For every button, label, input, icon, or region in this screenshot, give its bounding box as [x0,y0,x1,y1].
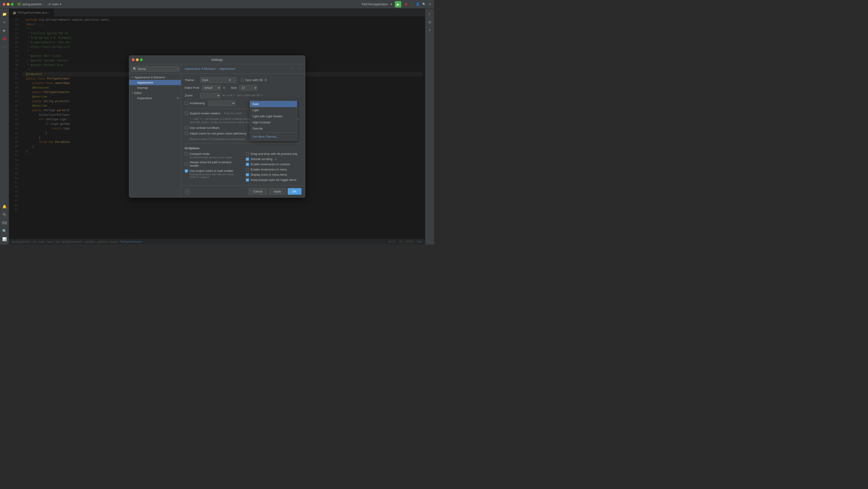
dialog-close-btn[interactable] [132,58,134,61]
sidebar-icon-terminal[interactable]: ⌨ [1,219,8,226]
dialog-title: Settings [211,58,223,62]
project-selector[interactable]: 🌿 spring-petclinic › ⎇ main ▾ [17,2,61,6]
dialog-min-btn[interactable] [136,58,138,61]
drag-drop-checkbox[interactable] [246,152,249,155]
sidebar-icon-structure[interactable]: 📊 [1,235,8,243]
sidebar-icon-more[interactable]: ⋯ [1,43,8,50]
tree-item-appearance[interactable]: Appearance [129,80,181,85]
maximize-button[interactable] [11,3,13,6]
sync-os-gear-icon[interactable]: ⚙ [265,78,267,82]
search-input[interactable] [138,67,176,70]
breadcrumb-separator: › [217,67,218,70]
branch-icon: ⎇ [47,2,51,6]
adjust-colors-checkbox[interactable] [185,132,188,135]
theme-dropdown-popup: Dark Light Light with Light Header High … [250,100,297,141]
dialog-max-btn[interactable] [140,58,143,61]
theme-dropdown[interactable]: Dark ▾ [200,77,236,83]
editor-font-gear-icon[interactable]: ⚙ [223,86,225,89]
sidebar-icon-search[interactable]: 🔍 [1,227,8,234]
sidebar-icon-debug[interactable]: 🐞 [1,35,8,42]
contrast-scrollbars-checkbox[interactable] [185,126,188,129]
close-button[interactable] [3,3,5,6]
sidebar-icon-notifications[interactable]: 🔔 [1,203,8,210]
smooth-scrolling-checkbox[interactable] [246,157,249,161]
mnemonics-menu-checkbox[interactable] [246,168,249,171]
more-actions-icon[interactable]: ⋮ [410,2,413,6]
cancel-button[interactable]: Cancel [249,188,267,195]
dropdown-item-dark[interactable]: Dark [250,101,297,107]
keep-popups-option: Keep popups open for toggle items [246,178,302,181]
modal-overlay: Settings 🔍 × [9,9,425,244]
debug-icon[interactable]: 🐞 [404,2,407,6]
editor-font-select[interactable]: default [202,85,221,91]
dropdown-item-high-contrast[interactable]: High Contrast [250,119,297,125]
dialog-traffic-lights [132,58,143,61]
mnemonics-controls-checkbox[interactable] [246,163,249,166]
drag-drop-option: Drag-and-drop with Alt pressed only [246,152,302,155]
inspections-settings-icon[interactable]: ⚙ [177,96,179,99]
sync-os-checkbox[interactable] [241,78,244,82]
settings-breadcrumb: Appearance & Behavior › Appearance [185,67,236,70]
breadcrumb-child[interactable]: Appearance [219,67,235,70]
clear-search-icon[interactable]: × [177,67,179,70]
always-show-path-checkbox[interactable] [185,162,188,166]
profile-icon[interactable]: 👤 [416,2,420,6]
nav-back-icon[interactable]: ← [290,66,296,71]
ui-options-right-col: Drag-and-drop with Alt pressed only Smoo… [246,152,302,181]
keep-popups-label: Keep popups open for toggle items [251,178,297,181]
screen-readers-checkbox[interactable] [185,112,188,115]
nav-forward-icon[interactable]: → [297,66,302,71]
keep-popups-checkbox[interactable] [246,178,249,181]
run-button[interactable]: ▶ [395,1,401,7]
sidebar-icon-folder[interactable]: 📁 [1,10,8,18]
settings-dialog: Settings 🔍 × [129,55,305,198]
tree-item-inspections[interactable]: Inspections ⚙ [129,95,181,101]
mnemonics-controls-label: Enable mnemonics in controls [251,163,290,166]
search-field-wrapper[interactable]: 🔍 × [131,66,179,72]
zoom-select[interactable] [200,93,220,98]
search-everywhere-icon[interactable]: 🔍 [422,2,426,6]
smooth-scrolling-row: Smooth scrolling ℹ [246,157,302,161]
compact-mode-checkbox[interactable] [185,152,188,155]
titlebar: 🌿 spring-petclinic › ⎇ main ▾ PetClinicA… [0,0,434,9]
antialiasing-select[interactable] [208,100,236,106]
run-config-name: PetClinicApplication [362,2,388,6]
dropdown-item-light-header[interactable]: Light with Light Header [250,113,297,119]
compact-mode-desc: UI elements take up less screen space [190,156,240,159]
run-config-chevron-icon: ▾ [391,2,392,6]
smooth-scrolling-info-icon[interactable]: ℹ [275,157,276,161]
tree-group-label: Appearance & Behavior [134,76,165,79]
tree-group-header-editor[interactable]: ▾ Editor [129,90,181,95]
antialiasing-checkbox[interactable] [185,102,188,105]
drag-drop-label: Drag-and-drop with Alt pressed only [251,152,298,155]
dropdown-item-get-more[interactable]: Get More Themes... [250,134,297,140]
right-sidebar-icon-settings[interactable]: ⚙ [426,19,433,26]
sidebar-icon-plugins[interactable]: 🔌 [1,211,8,218]
sidebar-icon-commit[interactable]: ✔ [1,19,8,26]
sync-os-label: Sync with OS [245,78,263,82]
tree-group-header-appearance-behavior[interactable]: ▾ Appearance & Behavior [129,75,181,80]
ok-button[interactable]: OK [288,188,302,195]
right-sidebar-icon-notifications[interactable]: ✓ [426,10,433,18]
apply-button[interactable]: Apply [269,188,286,195]
right-sidebar-icon-close[interactable]: × [426,27,433,34]
help-button[interactable]: ? [185,189,190,194]
tree-item-keymap[interactable]: Keymap [129,85,181,90]
always-show-path-label: Always show full path in window header [190,161,240,167]
branch-chevron-icon: ▾ [60,2,61,6]
zoom-label: Zoom: [185,94,198,97]
minimize-button[interactable] [7,3,9,6]
always-show-path-option: Always show full path in window header [185,161,240,167]
display-icons-checkbox[interactable] [246,173,249,176]
sync-os-row: Sync with OS ⚙ [241,78,267,82]
settings-icon[interactable]: ⚙ [429,2,431,6]
breadcrumb-parent[interactable]: Appearance & Behavior [185,67,216,70]
use-project-colors-checkbox[interactable] [185,169,188,173]
zoom-row: Zoom: ⌘= or ⌘⇧=. Set to 100% with ⌘⌃0 [185,93,302,98]
display-icons-row: Display icons in menu items [246,173,302,176]
font-size-select[interactable]: 13 [239,85,257,91]
sidebar-icon-run[interactable]: ▶ [1,27,8,34]
dropdown-item-darcula[interactable]: Darcula [250,125,297,132]
dropdown-item-light[interactable]: Light [250,107,297,113]
mnemonics-menu-row: Enable mnemonics in menu [246,168,302,171]
